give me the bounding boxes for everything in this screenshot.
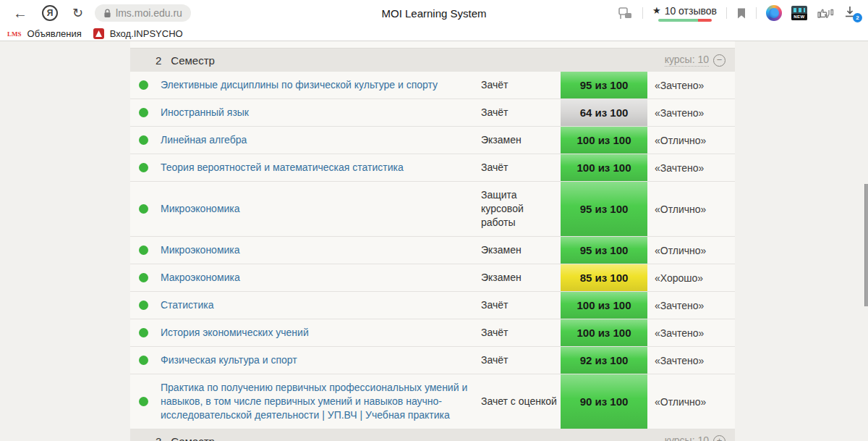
site-reviews-widget[interactable]: ★ 10 отзывов (652, 5, 717, 22)
exam-type: Зачет с оценкой (481, 388, 561, 415)
course-row: Практика по получению первичных професси… (130, 374, 735, 429)
status-dot-cell (130, 273, 161, 282)
toolbar-separator (642, 7, 643, 19)
grade-text: «Зачтено» (647, 348, 735, 373)
score-badge: 100 из 100 (561, 127, 647, 154)
course-link[interactable]: Макроэкономика (161, 264, 481, 291)
new-badge: NEW (791, 14, 807, 20)
completed-status-icon (139, 163, 148, 172)
score-badge: 100 из 100 (561, 154, 647, 181)
completed-status-icon (139, 108, 148, 117)
bookmark-label: Объявления (27, 28, 82, 39)
course-link[interactable]: Практика по получению первичных професси… (161, 374, 481, 429)
semester-courses-toggle[interactable]: курсы: 10 − (665, 54, 735, 67)
lms-page: 2 Семестр курсы: 10 − Элективные дисципл… (0, 41, 868, 441)
semester-courses-toggle[interactable]: курсы: 10 + (665, 434, 735, 441)
course-link[interactable]: Физическая культура и спорт (161, 347, 481, 374)
exam-type: Экзамен (481, 264, 561, 291)
score-badge: 95 из 100 (561, 72, 647, 98)
completed-status-icon (139, 204, 148, 214)
downloads-count-badge: 2 (853, 13, 862, 22)
grade-text: «Отлично» (647, 390, 735, 414)
grade-text: «Хорошо» (647, 266, 735, 290)
thumbs-feedback-icon[interactable] (817, 7, 834, 20)
course-link[interactable]: Иностранный язык (161, 99, 481, 126)
course-row: Физическая культура и спорт Зачёт 92 из … (130, 347, 735, 374)
course-row: Микроэкономика Экзамен 95 из 100 «Отличн… (130, 237, 735, 264)
status-dot-cell (130, 301, 161, 310)
extension-new-icon[interactable]: NEW (791, 6, 807, 20)
yandex-logo-icon[interactable]: Я (42, 5, 58, 21)
toolbar-right-icons: ★ 10 отзывов NEW (618, 5, 861, 22)
lms-favicon: LMS (7, 30, 22, 38)
score-badge: 64 из 100 (561, 99, 647, 126)
previous-row-remnant (130, 41, 735, 49)
inpsycho-favicon (93, 28, 104, 39)
back-button[interactable]: ← (13, 6, 27, 20)
score-badge: 85 из 100 (561, 264, 647, 291)
status-dot-cell (130, 163, 161, 172)
courses-count-label: курсы: 10 (665, 434, 709, 441)
status-dot-cell (130, 80, 161, 90)
semester-label: Семестр (171, 435, 215, 441)
exam-type: Экзамен (481, 237, 561, 264)
completed-status-icon (139, 328, 148, 337)
score-badge: 100 из 100 (561, 319, 647, 346)
status-dot-cell (130, 328, 161, 337)
completed-status-icon (139, 135, 148, 145)
toolbar-separator (756, 7, 757, 19)
course-link[interactable]: Микроэкономика (161, 237, 481, 264)
exam-type: Зачёт (481, 347, 561, 374)
course-link[interactable]: Элективные дисциплины по физической куль… (161, 72, 481, 98)
grades-table: 2 Семестр курсы: 10 − Элективные дисципл… (130, 41, 735, 441)
course-link[interactable]: Теория вероятностей и математическая ста… (161, 154, 481, 181)
course-row: Микроэкономика Защита курсовой работы 95… (130, 182, 735, 237)
course-link[interactable]: История экономических учений (161, 319, 481, 346)
exam-type: Зачёт (481, 154, 561, 181)
bookmark-label: Вход.INPSYCHO (110, 28, 183, 39)
completed-status-icon (139, 301, 148, 310)
expand-icon[interactable]: + (713, 435, 726, 441)
course-rows: Элективные дисциплины по физической куль… (130, 72, 735, 429)
exam-type: Защита курсовой работы (481, 182, 561, 236)
flag-pin-icon[interactable] (618, 7, 633, 20)
semester-label: Семестр (171, 54, 215, 67)
collapse-icon[interactable]: − (713, 54, 726, 67)
course-row: Элективные дисциплины по физической куль… (130, 72, 735, 99)
status-dot-cell (130, 108, 161, 117)
refresh-button[interactable]: ↻ (72, 7, 83, 20)
grade-text: «Зачтено» (647, 101, 735, 125)
course-row: История экономических учений Зачёт 100 и… (130, 319, 735, 347)
bookmark-item-announcements[interactable]: LMS Объявления (7, 28, 82, 39)
status-dot-cell (130, 397, 161, 406)
courses-count-label: курсы: 10 (665, 54, 709, 67)
exam-type: Зачёт (481, 72, 561, 98)
course-row: Теория вероятностей и математическая ста… (130, 154, 735, 182)
semester-2-header: 2 Семестр курсы: 10 − (130, 49, 735, 72)
semester-number: 3 (130, 435, 161, 441)
course-link[interactable]: Статистика (161, 292, 481, 319)
course-row: Иностранный язык Зачёт 64 из 100 «Зачтен… (130, 99, 735, 127)
status-dot-cell (130, 204, 161, 214)
extension-colorful-icon[interactable] (766, 5, 782, 21)
address-bar[interactable]: lms.moi.edu.ru (95, 4, 191, 22)
completed-status-icon (139, 356, 148, 365)
bookmark-icon[interactable] (736, 7, 746, 20)
course-row: Макроэкономика Экзамен 85 из 100 «Хорошо… (130, 264, 735, 292)
completed-status-icon (139, 273, 148, 282)
semester-3-header: 3 Семестр курсы: 10 + (130, 429, 735, 441)
downloads-icon[interactable]: 2 (843, 5, 859, 21)
status-dot-cell (130, 245, 161, 255)
grade-text: «Зачтено» (647, 321, 735, 345)
course-link[interactable]: Микроэкономика (161, 196, 481, 222)
course-link[interactable]: Линейная алгебра (161, 127, 481, 154)
grade-text: «Зачтено» (647, 293, 735, 318)
bookmarks-bar: LMS Объявления Вход.INPSYCHO (0, 26, 868, 41)
status-dot-cell (130, 356, 161, 365)
scrollbar-thumb[interactable] (864, 184, 868, 306)
grade-text: «Зачтено» (647, 156, 735, 180)
exam-type: Зачёт (481, 292, 561, 319)
course-row: Статистика Зачёт 100 из 100 «Зачтено» (130, 292, 735, 319)
score-badge: 92 из 100 (561, 347, 647, 374)
bookmark-item-inpsycho[interactable]: Вход.INPSYCHO (93, 28, 183, 39)
